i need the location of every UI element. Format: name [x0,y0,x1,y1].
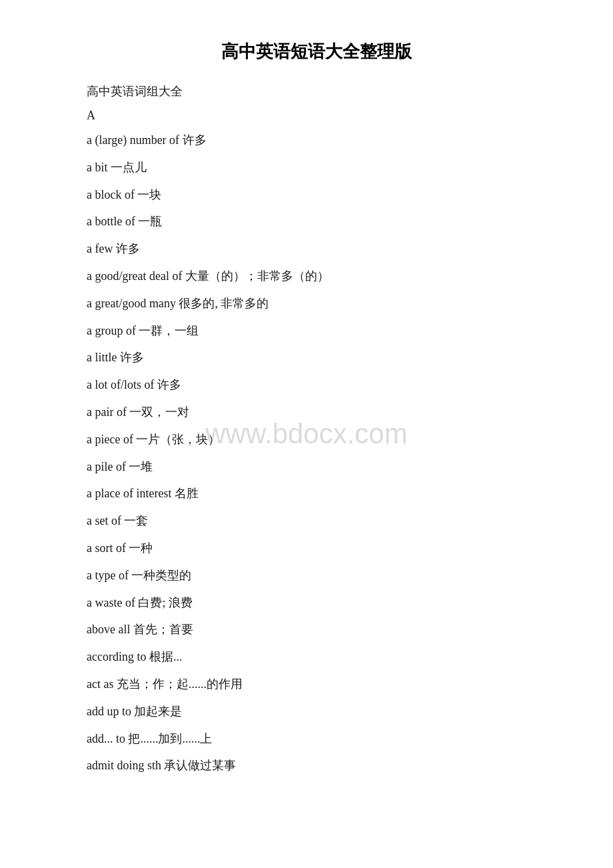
phrase-item: a set of 一套 [87,511,546,531]
phrase-item: a little 许多 [87,348,546,367]
page-title: 高中英语短语大全整理版 [87,40,546,63]
phrase-item: a good/great deal of 大量（的）；非常多（的） [87,267,546,286]
phrase-item: a type of 一种类型的 [87,566,546,585]
phrase-item: a sort of 一种 [87,539,546,558]
phrase-item: a great/good many 很多的, 非常多的 [87,294,546,313]
phrase-item: act as 充当；作；起......的作用 [87,675,546,694]
phrase-item: add up to 加起来是 [87,702,546,721]
phrase-item: admit doing sth 承认做过某事 [87,756,546,775]
phrase-item: a few 许多 [87,239,546,259]
phrase-item: a pile of 一堆 [87,457,546,477]
phrase-item: a lot of/lots of 许多 [87,375,546,395]
phrase-item: a waste of 白费; 浪费 [87,593,546,613]
phrase-item: a group of 一群，一组 [87,321,546,341]
phrase-item: a bottle of 一瓶 [87,212,546,231]
phrase-item: a pair of 一双，一对 [87,403,546,422]
section-letter-a: A [87,109,546,123]
phrase-item: a block of 一块 [87,185,546,205]
subtitle: 高中英语词组大全 [87,83,546,99]
phrase-item: according to 根据... [87,647,546,667]
phrase-item: add... to 把......加到......上 [87,729,546,749]
phrase-item: a (large) number of 许多 [87,131,546,150]
phrase-item: a place of interest 名胜 [87,484,546,503]
phrase-item: above all 首先；首要 [87,620,546,639]
phrase-item: a piece of 一片（张，块） [87,430,546,449]
phrase-item: a bit 一点儿 [87,158,546,177]
